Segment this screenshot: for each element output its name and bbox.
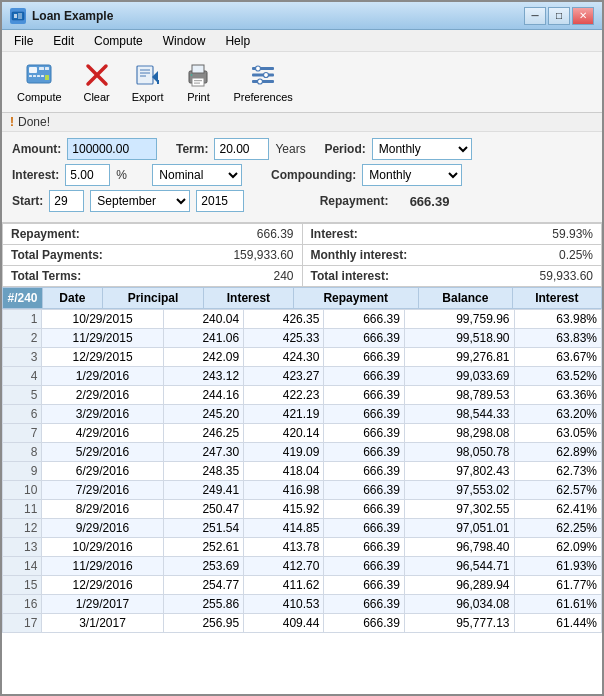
- summary-grid: Repayment: 666.39 Interest: 59.93% Total…: [2, 223, 602, 287]
- table-row: 211/29/2015241.06425.33666.3999,518.9063…: [3, 329, 602, 348]
- table-row: 41/29/2016243.12423.27666.3999,033.6963.…: [3, 367, 602, 386]
- svg-rect-10: [33, 75, 36, 77]
- menu-compute[interactable]: Compute: [86, 32, 151, 50]
- form-row-1: Amount: Term: Years Period: Monthly Week…: [12, 138, 592, 160]
- menu-file[interactable]: File: [6, 32, 41, 50]
- interest-type-select[interactable]: Nominal Effective: [152, 164, 242, 186]
- table-row: 85/29/2016247.30419.09666.3998,050.7862.…: [3, 443, 602, 462]
- svg-rect-25: [194, 80, 202, 81]
- svg-point-32: [264, 73, 269, 78]
- summary-total-terms-label: Total Terms:: [11, 269, 81, 283]
- summary-interest: Interest: 59.93%: [303, 224, 603, 245]
- start-day-input[interactable]: [49, 190, 84, 212]
- export-button[interactable]: Export: [123, 56, 173, 108]
- amount-label: Amount:: [12, 142, 61, 156]
- summary-total-interest-value: 59,933.60: [540, 269, 593, 283]
- col-header-interest-pct: Interest: [512, 288, 601, 309]
- status-exclamation: !: [10, 115, 14, 129]
- svg-rect-8: [45, 67, 49, 70]
- window-title: Loan Example: [32, 9, 113, 23]
- status-bar: ! Done!: [2, 113, 602, 132]
- print-button[interactable]: Print: [174, 56, 222, 108]
- compounding-label: Compounding:: [271, 168, 356, 182]
- menu-edit[interactable]: Edit: [45, 32, 82, 50]
- clear-label: Clear: [83, 91, 109, 103]
- compute-label: Compute: [17, 91, 62, 103]
- clear-button[interactable]: Clear: [73, 56, 121, 108]
- svg-rect-9: [29, 75, 32, 77]
- interest-input[interactable]: [65, 164, 110, 186]
- interest-label: Interest:: [12, 168, 59, 182]
- period-select[interactable]: Monthly Weekly Fortnightly Daily: [372, 138, 472, 160]
- table-row: 129/29/2016251.54414.85666.3997,051.0162…: [3, 519, 602, 538]
- close-button[interactable]: ✕: [572, 7, 594, 25]
- col-header-num: #/240: [3, 288, 43, 309]
- svg-point-31: [256, 66, 261, 71]
- table-container: #/240 Date Principal Interest Repayment …: [2, 287, 602, 694]
- svg-point-27: [191, 74, 193, 76]
- preferences-label: Preferences: [233, 91, 292, 103]
- summary-monthly-interest-label: Monthly interest:: [311, 248, 408, 262]
- form-row-2: Interest: % Nominal Effective Compoundin…: [12, 164, 592, 186]
- period-label: Period:: [324, 142, 365, 156]
- term-label: Term:: [176, 142, 208, 156]
- table-scroll[interactable]: 110/29/2015240.04426.35666.3999,759.9663…: [2, 309, 602, 694]
- table-header: #/240 Date Principal Interest Repayment …: [3, 288, 602, 309]
- summary-repayment: Repayment: 666.39: [3, 224, 303, 245]
- table-row: 1512/29/2016254.77411.62666.3996,289.946…: [3, 576, 602, 595]
- summary-repayment-value: 666.39: [257, 227, 294, 241]
- loan-data-table: 110/29/2015240.04426.35666.3999,759.9663…: [2, 309, 602, 633]
- menu-window[interactable]: Window: [155, 32, 214, 50]
- minimize-button[interactable]: ─: [524, 7, 546, 25]
- svg-rect-16: [137, 66, 153, 84]
- table-row: 107/29/2016249.41416.98666.3997,553.0262…: [3, 481, 602, 500]
- repayment-value2: 666.39: [394, 194, 449, 209]
- summary-total-interest: Total interest: 59,933.60: [303, 266, 603, 287]
- menu-help[interactable]: Help: [217, 32, 258, 50]
- col-header-principal: Principal: [102, 288, 204, 309]
- toolbar: Compute Clear: [2, 52, 602, 113]
- summary-total-payments-label: Total Payments:: [11, 248, 103, 262]
- summary-interest-label: Interest:: [311, 227, 358, 241]
- preferences-icon: [249, 61, 277, 89]
- maximize-button[interactable]: □: [548, 7, 570, 25]
- col-header-interest: Interest: [204, 288, 293, 309]
- start-year-input[interactable]: [196, 190, 244, 212]
- main-window: Loan Example ─ □ ✕ File Edit Compute Win…: [0, 0, 604, 696]
- term-input[interactable]: [214, 138, 269, 160]
- amount-input[interactable]: [67, 138, 157, 160]
- table-row: 173/1/2017256.95409.44666.3995,777.1361.…: [3, 614, 602, 633]
- col-header-date: Date: [43, 288, 103, 309]
- start-label: Start:: [12, 194, 43, 208]
- svg-rect-6: [29, 67, 37, 73]
- preferences-button[interactable]: Preferences: [224, 56, 301, 108]
- compute-icon: [25, 61, 53, 89]
- svg-rect-26: [194, 83, 200, 84]
- status-message: Done!: [18, 115, 50, 129]
- app-icon: [10, 8, 26, 24]
- col-header-repayment: Repayment: [293, 288, 419, 309]
- table-row: 74/29/2016246.25420.14666.3998,298.0863.…: [3, 424, 602, 443]
- svg-rect-11: [37, 75, 40, 77]
- summary-monthly-interest: Monthly interest: 0.25%: [303, 245, 603, 266]
- table-row: 161/29/2017255.86410.53666.3996,034.0861…: [3, 595, 602, 614]
- summary-total-payments: Total Payments: 159,933.60: [3, 245, 303, 266]
- years-label: Years: [275, 142, 305, 156]
- start-month-select[interactable]: JanuaryFebruaryMarchApril MayJuneJulyAug…: [90, 190, 190, 212]
- menu-bar: File Edit Compute Window Help: [2, 30, 602, 52]
- summary-total-interest-label: Total interest:: [311, 269, 389, 283]
- print-label: Print: [187, 91, 210, 103]
- table-row: 118/29/2016250.47415.92666.3997,302.5562…: [3, 500, 602, 519]
- summary-repayment-label: Repayment:: [11, 227, 80, 241]
- summary-total-payments-value: 159,933.60: [233, 248, 293, 262]
- summary-total-terms: Total Terms: 240: [3, 266, 303, 287]
- table-row: 52/29/2016244.16422.23666.3998,789.5363.…: [3, 386, 602, 405]
- summary-total-terms-value: 240: [273, 269, 293, 283]
- svg-rect-7: [39, 67, 44, 70]
- compute-button[interactable]: Compute: [8, 56, 71, 108]
- title-buttons: ─ □ ✕: [524, 7, 594, 25]
- svg-rect-12: [41, 75, 44, 77]
- compounding-select[interactable]: Monthly Weekly Daily Annual: [362, 164, 462, 186]
- repayment-label2: Repayment:: [320, 194, 389, 208]
- table-row: 96/29/2016248.35418.04666.3997,802.4362.…: [3, 462, 602, 481]
